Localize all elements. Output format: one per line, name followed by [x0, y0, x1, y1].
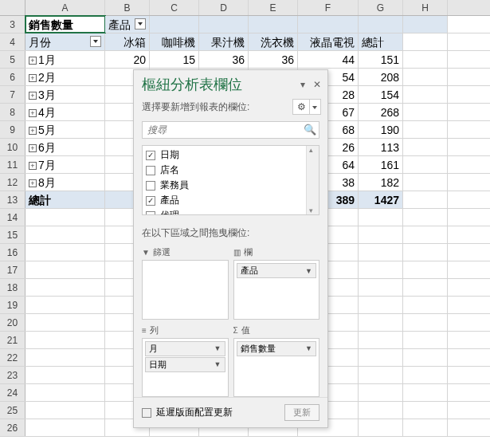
pivot-options-dropdown-icon[interactable]: ▾ [297, 79, 308, 90]
checkbox[interactable] [146, 211, 155, 216]
values-dropzone[interactable]: 銷售數量▼ [233, 338, 320, 398]
header-咖啡機[interactable]: 咖啡機 [150, 33, 199, 50]
columns-icon: ▥ [233, 248, 241, 257]
pill-銷售數量[interactable]: 銷售數量▼ [237, 341, 317, 356]
checkbox[interactable]: ✓ [146, 151, 155, 160]
month-8月[interactable]: +8月 [25, 174, 105, 191]
expand-icon[interactable]: + [29, 92, 37, 100]
pill-label: 月 [149, 343, 158, 355]
cell[interactable]: 154 [359, 86, 403, 103]
col-header-C[interactable]: C [150, 0, 199, 15]
month-1月[interactable]: +1月 [25, 51, 105, 68]
checkbox[interactable] [146, 181, 155, 191]
chevron-down-icon[interactable]: ▼ [214, 360, 221, 368]
expand-icon[interactable]: + [29, 162, 37, 170]
gear-icon[interactable]: ⚙ [292, 99, 310, 115]
chevron-down-icon[interactable]: ▼ [305, 267, 312, 275]
scrollbar[interactable] [306, 146, 319, 214]
col-header-H[interactable]: H [403, 0, 448, 15]
select-all-corner[interactable] [0, 0, 25, 15]
column-headers: A B C D E F G H [0, 0, 490, 16]
pill-產品[interactable]: 產品▼ [237, 263, 317, 278]
cell[interactable]: 44 [298, 51, 359, 68]
col-header-A[interactable]: A [25, 0, 105, 15]
dropdown-icon[interactable] [90, 36, 101, 47]
expand-icon[interactable]: + [29, 74, 37, 82]
columns-dropzone[interactable]: 產品▼ [233, 260, 320, 320]
cell[interactable]: 182 [359, 174, 403, 191]
col-header-G[interactable]: G [359, 0, 403, 15]
cell-B3[interactable]: 產品 [105, 16, 150, 33]
pill-label: 日期 [149, 359, 167, 371]
pill-label: 產品 [241, 265, 258, 277]
field-代理[interactable]: 代理 [143, 208, 319, 215]
cell[interactable]: 161 [359, 156, 403, 173]
field-業務員[interactable]: 業務員 [143, 178, 319, 193]
search-icon[interactable]: 🔍 [301, 122, 319, 138]
cell[interactable]: 36 [199, 51, 249, 68]
expand-icon[interactable]: + [29, 57, 37, 65]
checkbox[interactable] [146, 166, 155, 175]
cell[interactable]: 208 [359, 69, 403, 85]
expand-icon[interactable]: + [29, 109, 37, 117]
cell[interactable]: 151 [359, 51, 403, 68]
rows-area: ≡列 月▼日期▼ [142, 324, 229, 398]
search-box[interactable]: 🔍 [142, 121, 319, 139]
month-7月[interactable]: +7月 [25, 156, 105, 173]
close-icon[interactable]: ✕ [312, 79, 323, 90]
month-4月[interactable]: +4月 [25, 104, 105, 120]
field-產品[interactable]: ✓產品 [143, 193, 319, 208]
col-header-D[interactable]: D [199, 0, 249, 15]
cell[interactable]: 20 [105, 51, 150, 68]
defer-checkbox[interactable] [142, 408, 151, 418]
field-日期[interactable]: ✓日期 [143, 147, 319, 163]
chevron-down-icon[interactable]: ▼ [214, 344, 221, 352]
month-3月[interactable]: +3月 [25, 86, 105, 103]
dropdown-icon[interactable] [135, 18, 146, 29]
col-header-F[interactable]: F [298, 0, 359, 15]
pivot-field-pane: 樞紐分析表欄位 ▾ ✕ 選擇要新增到報表的欄位: ⚙ 🔍 ✓日期店名業務員✓產品… [133, 69, 328, 428]
pill-label: 銷售數量 [241, 343, 276, 355]
field-店名[interactable]: 店名 [143, 163, 319, 178]
expand-icon[interactable]: + [29, 179, 37, 187]
month-6月[interactable]: +6月 [25, 139, 105, 155]
search-input[interactable] [143, 122, 301, 138]
field-label: 業務員 [160, 179, 189, 192]
field-list[interactable]: ✓日期店名業務員✓產品代理 [142, 145, 319, 215]
cell[interactable]: 190 [359, 121, 403, 138]
grand-total-label[interactable]: 總計 [25, 191, 105, 208]
cell-A4[interactable]: 月份 [25, 33, 105, 50]
header-總計[interactable]: 總計 [359, 33, 403, 50]
rows-dropzone[interactable]: 月▼日期▼ [142, 338, 229, 398]
header-液晶電視[interactable]: 液晶電視 [298, 33, 359, 50]
cell[interactable]: 113 [359, 139, 403, 155]
pivot-subtitle: 選擇要新增到報表的欄位: [142, 100, 249, 114]
gear-dropdown-icon[interactable] [310, 99, 321, 115]
update-button[interactable]: 更新 [284, 404, 319, 421]
checkbox[interactable]: ✓ [146, 196, 155, 206]
chevron-down-icon[interactable]: ▼ [305, 344, 312, 352]
cell-A3[interactable]: 銷售數量 [25, 16, 105, 33]
expand-icon[interactable]: + [29, 127, 37, 135]
filters-area: ▼篩選 [142, 246, 229, 320]
cell[interactable]: 36 [249, 51, 298, 68]
defer-label: 延遲版面配置更新 [156, 406, 233, 419]
columns-area: ▥欄 產品▼ [233, 246, 320, 320]
filters-dropzone[interactable] [142, 260, 229, 320]
pill-日期[interactable]: 日期▼ [145, 357, 225, 372]
header-冰箱[interactable]: 冰箱 [105, 33, 150, 50]
cell[interactable]: 15 [150, 51, 199, 68]
pill-月[interactable]: 月▼ [145, 341, 225, 356]
pivot-title: 樞紐分析表欄位 [142, 75, 297, 94]
col-header-E[interactable]: E [249, 0, 298, 15]
header-果汁機[interactable]: 果汁機 [199, 33, 249, 50]
expand-icon[interactable]: + [29, 144, 37, 152]
header-洗衣機[interactable]: 洗衣機 [249, 33, 298, 50]
month-5月[interactable]: +5月 [25, 121, 105, 138]
field-label: 店名 [160, 163, 179, 177]
col-header-B[interactable]: B [105, 0, 150, 15]
cell[interactable]: 268 [359, 104, 403, 120]
month-2月[interactable]: +2月 [25, 69, 105, 85]
filters-title: 篩選 [153, 246, 171, 258]
values-area: Σ值 銷售數量▼ [233, 324, 320, 398]
